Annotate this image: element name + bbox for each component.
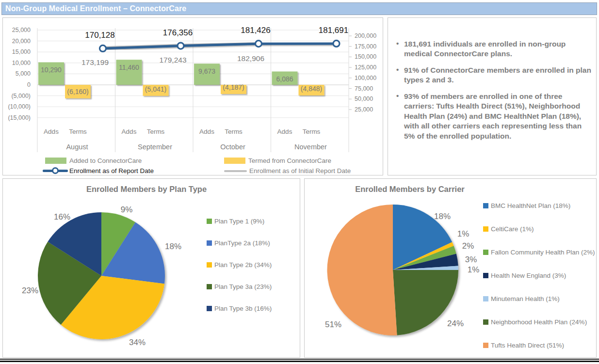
svg-text:24%: 24% <box>447 319 464 328</box>
svg-text:150,000: 150,000 <box>355 53 376 60</box>
enrollment-combo-chart: 25,00020,00015,00010,0005,0000(5,000)(10… <box>3 18 383 175</box>
svg-text:181,691: 181,691 <box>319 26 348 35</box>
svg-text:(15,000): (15,000) <box>8 114 31 121</box>
svg-text:18%: 18% <box>434 212 451 221</box>
svg-text:176,356: 176,356 <box>163 28 193 37</box>
legend-swatch <box>207 240 212 246</box>
page-title: Non-Group Medical Enrollment – Connector… <box>2 4 186 13</box>
legend-label: Enrollment as of Report Date <box>69 167 154 174</box>
svg-text:25,000: 25,000 <box>355 106 373 113</box>
svg-text:0: 0 <box>27 81 31 88</box>
carrier-legend: BMC HealthNet Plan (18%)CeltiCare (1%)Fa… <box>483 201 595 364</box>
svg-text:20,000: 20,000 <box>12 38 31 45</box>
legend-swatch <box>483 226 488 232</box>
bottom-divider <box>0 359 599 364</box>
legend-item: BMC HealthNet Plan (18%) <box>483 201 595 210</box>
legend-swatch <box>483 319 488 325</box>
legend-item: Plan Type 1 (9%) <box>207 216 272 226</box>
svg-text:Terms: Terms <box>69 128 87 135</box>
svg-text:5,000: 5,000 <box>16 70 31 77</box>
legend-swatch <box>207 262 212 268</box>
svg-text:Adds: Adds <box>122 128 137 135</box>
svg-text:October: October <box>220 143 245 151</box>
svg-text:15,000: 15,000 <box>12 48 31 55</box>
svg-text:75,000: 75,000 <box>355 85 373 92</box>
svg-text:Terms: Terms <box>147 128 165 135</box>
summary-bullet: 181,691 individuals are enrolled in non-… <box>396 39 592 59</box>
legend-label: Added to ConnectorCare <box>69 157 142 164</box>
legend-item: Plan Type 2b (34%) <box>207 260 272 269</box>
legend-swatch <box>483 273 488 278</box>
svg-text:9%: 9% <box>121 205 133 214</box>
svg-text:100,000: 100,000 <box>355 75 376 81</box>
legend-label: Health New England (3%) <box>491 272 566 279</box>
legend-label: Enrollment as of Initial Report Date <box>249 167 351 174</box>
legend-item-report-date: Enrollment as of Report Date <box>43 167 154 174</box>
svg-text:Adds: Adds <box>44 128 59 135</box>
svg-text:25,000: 25,000 <box>12 27 31 33</box>
gray-line-icon <box>224 170 247 172</box>
legend-item: Plan Type 3a (23%) <box>207 282 272 291</box>
summary-bullet-list: 181,691 individuals are enrolled in non-… <box>396 39 592 147</box>
svg-text:182,906: 182,906 <box>237 54 264 63</box>
legend-label: Plan Type 3a (23%) <box>214 283 272 290</box>
plan-type-pie-panel: Enrolled Members by Plan Type 9%18%34%23… <box>2 178 300 358</box>
legend-label: CeltiCare (1%) <box>491 225 534 233</box>
svg-text:3%: 3% <box>465 255 477 264</box>
svg-text:1%: 1% <box>457 229 469 238</box>
summary-bullet: 91% of ConnectorCare members are enrolle… <box>396 65 592 85</box>
svg-text:34%: 34% <box>129 338 146 347</box>
svg-text:Terms: Terms <box>303 128 321 135</box>
legend-label: Plan Type 2b (34%) <box>214 261 272 269</box>
legend-swatch <box>207 284 212 289</box>
carrier-pie-panel: Enrolled Members by Carrier 18%1%2%3%1%2… <box>304 178 597 358</box>
svg-text:2%: 2% <box>462 241 474 251</box>
report-page: Non-Group Medical Enrollment – Connector… <box>0 0 599 364</box>
legend-label: PlanType 2a (18%) <box>214 239 270 247</box>
page-title-bar: Non-Group Medical Enrollment – Connector… <box>1 2 597 15</box>
legend-item: Tufts Health Direct (51%) <box>483 340 595 350</box>
legend-swatch <box>207 306 212 311</box>
legend-swatch <box>483 343 488 348</box>
legend-item: Plan Type 3b (16%) <box>207 303 272 313</box>
svg-text:6,086: 6,086 <box>276 75 293 83</box>
svg-text:(10,000): (10,000) <box>8 103 31 110</box>
legend-label: BMC HealthNet Plan (18%) <box>491 202 570 209</box>
svg-text:16%: 16% <box>54 212 70 222</box>
svg-text:175,000: 175,000 <box>355 43 376 50</box>
svg-text:Adds: Adds <box>199 128 214 135</box>
svg-text:173,199: 173,199 <box>81 58 109 66</box>
svg-text:181,426: 181,426 <box>241 26 270 35</box>
summary-panel: 181,691 individuals are enrolled in non-… <box>388 17 597 175</box>
legend-item-termed: Termed from ConnectorCare <box>224 157 331 164</box>
svg-text:11,460: 11,460 <box>119 63 139 71</box>
svg-text:1%: 1% <box>468 265 480 274</box>
svg-text:9,673: 9,673 <box>198 67 215 75</box>
legend-swatch <box>483 296 488 301</box>
pie-slice <box>327 205 397 335</box>
legend-label: Fallon Community Health Plan (2%) <box>491 249 595 256</box>
svg-text:(4,848): (4,848) <box>301 85 322 93</box>
enrollment-chart-panel: 25,00020,00015,00010,0005,0000(5,000)(10… <box>2 17 383 175</box>
legend-swatch <box>483 203 488 208</box>
svg-text:50,000: 50,000 <box>355 95 373 102</box>
svg-text:(5,041): (5,041) <box>145 85 166 93</box>
termed-swatch <box>224 158 245 164</box>
legend-label: Tufts Health Direct (51%) <box>491 342 564 349</box>
svg-text:200,000: 200,000 <box>355 32 376 39</box>
svg-text:51%: 51% <box>325 320 341 329</box>
line-marker-icon <box>43 170 68 172</box>
svg-text:10,290: 10,290 <box>41 66 62 74</box>
svg-text:(5,000): (5,000) <box>11 93 31 99</box>
legend-label: Minuteman Health (1%) <box>491 295 560 302</box>
svg-text:10,000: 10,000 <box>12 60 31 66</box>
svg-text:(6,160): (6,160) <box>67 88 88 95</box>
legend-item-initial-report-date: Enrollment as of Initial Report Date <box>224 167 351 174</box>
legend-label: Plan Type 3b (16%) <box>214 305 272 312</box>
svg-text:18%: 18% <box>165 242 181 251</box>
legend-item-added: Added to ConnectorCare <box>45 157 142 164</box>
added-swatch <box>45 158 66 164</box>
legend-item: CeltiCare (1%) <box>483 224 595 234</box>
svg-text:Adds: Adds <box>277 128 292 135</box>
summary-bullet: 93% of members are enrolled in one of th… <box>396 92 592 141</box>
